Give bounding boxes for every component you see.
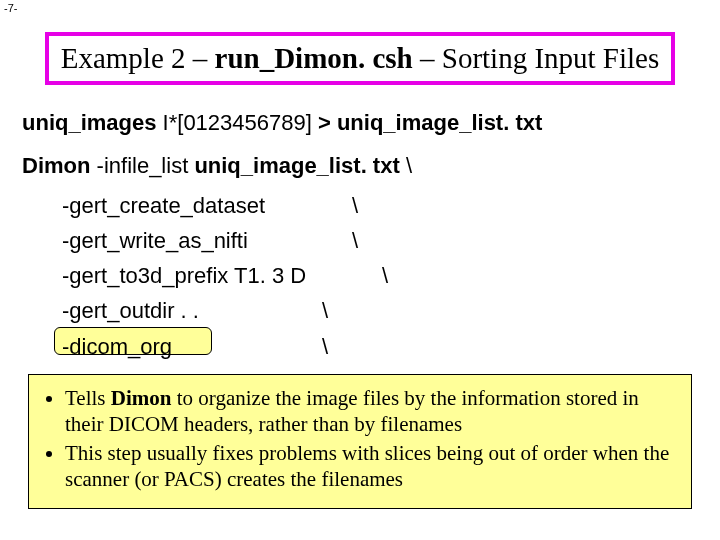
opt-row-gert-create-dataset: -gert_create_dataset \ (62, 193, 698, 218)
title-post: – Sorting Input Files (413, 42, 660, 74)
opt-row-gert-outdir: -gert_outdir . . \ (62, 298, 698, 323)
dimon-args: -infile_list (90, 153, 194, 178)
opt-row-gert-write-as-nifti: -gert_write_as_nifti \ (62, 228, 698, 253)
opt-cont: \ (352, 193, 698, 218)
title-pre: Example 2 – (61, 42, 215, 74)
dimon-cont: \ (400, 153, 412, 178)
opt-cont: \ (322, 298, 698, 323)
dimon-file: uniq_image_list. txt (194, 153, 399, 178)
dimon-cmd: Dimon (22, 153, 90, 178)
uniq-images-line: uniq_images I*[0123456789] > uniq_image_… (22, 110, 698, 135)
info-b1-pre: Tells (65, 386, 111, 410)
opt-cont: \ (352, 228, 698, 253)
opt-row-dicom-org: -dicom_org \ (62, 334, 698, 359)
opt-cont: \ (382, 263, 698, 288)
info-list: Tells Dimon to organize the image files … (43, 385, 677, 492)
info-box: Tells Dimon to organize the image files … (28, 374, 692, 509)
title-script: run_Dimon. csh (215, 42, 413, 74)
info-bullet-1: Tells Dimon to organize the image files … (65, 385, 677, 438)
uniq-cmd: uniq_images (22, 110, 156, 135)
uniq-glob: I*[0123456789] (156, 110, 317, 135)
opt-flag: -gert_to3d_prefix T1. 3 D (62, 263, 306, 288)
opt-flag: -gert_create_dataset (62, 193, 265, 218)
page-number: -7- (4, 2, 17, 14)
info-bullet-2: This step usually fixes problems with sl… (65, 440, 677, 493)
command-block: uniq_images I*[0123456789] > uniq_image_… (22, 110, 698, 369)
opt-flag: -gert_outdir . . (62, 298, 199, 323)
title-box: Example 2 – run_Dimon. csh – Sorting Inp… (45, 32, 675, 85)
info-b1-bold: Dimon (111, 386, 172, 410)
title-text: Example 2 – run_Dimon. csh – Sorting Inp… (61, 42, 660, 74)
dimon-line: Dimon -infile_list uniq_image_list. txt … (22, 153, 698, 178)
opt-cont: \ (322, 334, 698, 359)
uniq-redir: > uniq_image_list. txt (318, 110, 542, 135)
opt-row-gert-to3d-prefix: -gert_to3d_prefix T1. 3 D \ (62, 263, 698, 288)
opt-flag: -gert_write_as_nifti (62, 228, 248, 253)
opt-flag: -dicom_org (62, 334, 172, 359)
